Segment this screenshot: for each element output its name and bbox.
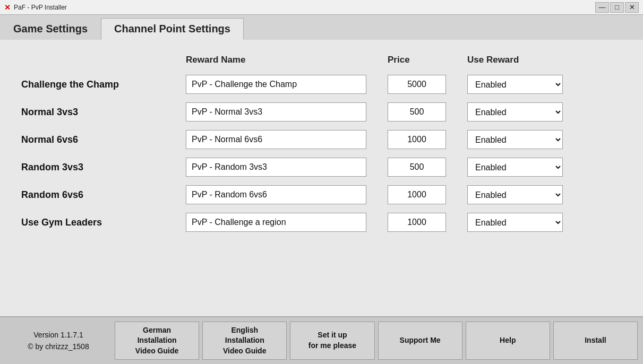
price-input-5[interactable]	[388, 213, 446, 232]
row-label-2: Normal 6vs6	[16, 134, 186, 145]
title-bar-left: ✕ PaF - PvP Installer	[4, 3, 67, 12]
reward-input-1[interactable]	[186, 102, 366, 122]
copyright-text: © by chrizzz_1508	[5, 341, 112, 352]
row-label-5: Use Gym Leaders	[16, 217, 186, 228]
main-area: Game Settings Channel Point Settings Rew…	[0, 15, 643, 364]
minimize-button[interactable]: —	[595, 2, 609, 13]
install-button[interactable]: Install	[553, 322, 638, 360]
table-row: Use Gym Leaders Enabled Disabled	[16, 213, 627, 232]
reward-input-3[interactable]	[186, 158, 366, 177]
table-row: Random 6vs6 Enabled Disabled	[16, 185, 627, 204]
tab-game-settings[interactable]: Game Settings	[0, 18, 101, 40]
content-panel: Reward Name Price Use Reward Challenge t…	[0, 40, 643, 316]
reward-input-0[interactable]	[186, 75, 366, 94]
col-header-empty	[16, 55, 186, 65]
table-row: Normal 3vs3 Enabled Disabled	[16, 102, 627, 122]
title-bar: ✕ PaF - PvP Installer — □ ✕	[0, 0, 643, 15]
col-header-use-reward: Use Reward	[467, 55, 573, 65]
col-header-reward-name: Reward Name	[186, 55, 388, 65]
reward-input-4[interactable]	[186, 185, 366, 204]
use-reward-select-2[interactable]: Enabled Disabled	[467, 130, 563, 149]
setup-for-me-button[interactable]: Set it upfor me please	[290, 322, 374, 360]
table-row: Challenge the Champ Enabled Disabled	[16, 75, 627, 94]
version-text: Version 1.1.7.1	[5, 329, 112, 341]
english-guide-button[interactable]: EnglishInstallationVideo Guide	[202, 322, 287, 360]
footer: Version 1.1.7.1 © by chrizzz_1508 German…	[0, 316, 643, 364]
row-label-4: Random 6vs6	[16, 189, 186, 201]
app-title: PaF - PvP Installer	[14, 4, 67, 11]
row-label-1: Normal 3vs3	[16, 107, 186, 118]
german-guide-button[interactable]: GermanInstallationVideo Guide	[115, 322, 199, 360]
table-header: Reward Name Price Use Reward	[16, 50, 627, 70]
col-header-price: Price	[388, 55, 467, 65]
price-input-4[interactable]	[388, 185, 446, 204]
reward-input-2[interactable]	[186, 130, 366, 149]
use-reward-select-0[interactable]: Enabled Disabled	[467, 75, 563, 94]
price-input-1[interactable]	[388, 102, 446, 122]
maximize-button[interactable]: □	[610, 2, 624, 13]
help-button[interactable]: Help	[466, 322, 550, 360]
use-reward-select-5[interactable]: Enabled Disabled	[467, 213, 563, 232]
version-info: Version 1.1.7.1 © by chrizzz_1508	[5, 329, 112, 353]
app-icon: ✕	[4, 3, 11, 12]
row-label-3: Random 3vs3	[16, 162, 186, 173]
row-label-0: Challenge the Champ	[16, 79, 186, 90]
table-row: Random 3vs3 Enabled Disabled	[16, 158, 627, 177]
reward-input-5[interactable]	[186, 213, 366, 232]
close-button[interactable]: ✕	[625, 2, 639, 13]
price-input-2[interactable]	[388, 130, 446, 149]
price-input-3[interactable]	[388, 158, 446, 177]
price-input-0[interactable]	[388, 75, 446, 94]
support-me-button[interactable]: Support Me	[378, 322, 462, 360]
tab-bar: Game Settings Channel Point Settings	[0, 15, 643, 40]
title-bar-controls: — □ ✕	[595, 2, 639, 13]
use-reward-select-1[interactable]: Enabled Disabled	[467, 102, 563, 122]
use-reward-select-3[interactable]: Enabled Disabled	[467, 158, 563, 177]
tab-channel-point-settings[interactable]: Channel Point Settings	[101, 18, 244, 40]
table-row: Normal 6vs6 Enabled Disabled	[16, 130, 627, 149]
use-reward-select-4[interactable]: Enabled Disabled	[467, 185, 563, 204]
